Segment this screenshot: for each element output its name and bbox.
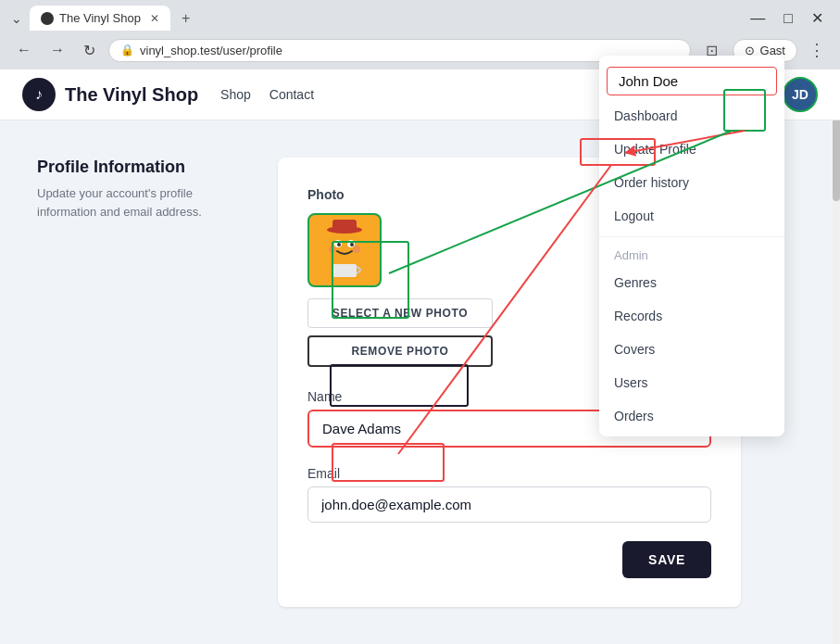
svg-point-6 <box>337 243 341 246</box>
logo-icon: ♪ <box>22 78 56 111</box>
user-dropdown: John Doe Dashboard Update Profile Order … <box>599 56 784 436</box>
app-logo: ♪ The Vinyl Shop <box>22 78 220 111</box>
more-button[interactable]: ⋮ <box>805 36 829 64</box>
tab-favicon <box>41 12 54 25</box>
svg-point-9 <box>353 246 360 253</box>
svg-rect-10 <box>332 264 357 277</box>
email-form-group: Email <box>307 466 711 523</box>
dropdown-admin-label: Admin <box>599 241 784 266</box>
app-title: The Vinyl Shop <box>65 84 198 106</box>
avatar-image <box>312 218 377 283</box>
url-text: vinyl_shop.test/user/profile <box>140 44 282 57</box>
dropdown-order-history[interactable]: Order history <box>599 166 784 199</box>
dropdown-users[interactable]: Users <box>599 366 784 399</box>
forward-button[interactable]: → <box>44 38 70 62</box>
new-tab-button[interactable]: + <box>174 6 197 31</box>
window-controls: — □ ✕ <box>741 6 833 31</box>
svg-point-7 <box>350 243 354 246</box>
tab-list-button[interactable]: ⌄ <box>7 7 26 30</box>
dropdown-divider <box>599 236 784 237</box>
nav-links: Shop Contact <box>220 87 314 102</box>
dropdown-records[interactable]: Records <box>599 299 784 333</box>
tab-close-button[interactable]: ✕ <box>150 12 159 25</box>
save-button[interactable]: SAVE <box>622 541 711 578</box>
svg-point-8 <box>329 246 336 253</box>
remove-photo-button[interactable]: REMOVE PHOTO <box>307 335 493 367</box>
email-label: Email <box>307 466 711 481</box>
dropdown-logout[interactable]: Logout <box>599 199 784 233</box>
panel-title: Profile Information <box>37 158 241 177</box>
svg-rect-3 <box>332 220 357 233</box>
nav-link-contact[interactable]: Contact <box>270 87 314 102</box>
maximize-button[interactable]: □ <box>774 6 802 31</box>
svg-point-1 <box>328 229 361 262</box>
scrollbar[interactable] <box>833 86 840 644</box>
minimize-button[interactable]: — <box>741 6 774 31</box>
lock-icon: 🔒 <box>120 44 134 57</box>
reload-button[interactable]: ↻ <box>78 38 101 63</box>
dropdown-genres[interactable]: Genres <box>599 266 784 299</box>
user-avatar[interactable]: JD <box>783 77 818 112</box>
select-photo-button[interactable]: SELECT A NEW PHOTO <box>307 298 493 328</box>
email-input[interactable] <box>307 486 711 523</box>
active-tab[interactable]: The Vinyl Shop ✕ <box>30 6 170 31</box>
app-container: ⌄ The Vinyl Shop ✕ + — □ ✕ ← → ↻ 🔒 vinyl… <box>0 0 840 644</box>
tab-title: The Vinyl Shop <box>59 11 141 25</box>
left-panel: Profile Information Update your account'… <box>37 158 241 607</box>
tab-bar: ⌄ The Vinyl Shop ✕ + — □ ✕ <box>0 0 840 31</box>
close-button[interactable]: ✕ <box>802 6 833 31</box>
dropdown-dashboard[interactable]: Dashboard <box>599 99 784 133</box>
back-button[interactable]: ← <box>11 38 37 62</box>
photo-preview <box>307 213 382 287</box>
dropdown-update-profile[interactable]: Update Profile <box>599 133 784 166</box>
dropdown-covers[interactable]: Covers <box>599 333 784 366</box>
nav-link-shop[interactable]: Shop <box>220 87 251 102</box>
dropdown-username: John Doe <box>607 67 777 95</box>
panel-description: Update your account's profile informatio… <box>37 184 241 221</box>
dropdown-orders[interactable]: Orders <box>599 399 784 433</box>
